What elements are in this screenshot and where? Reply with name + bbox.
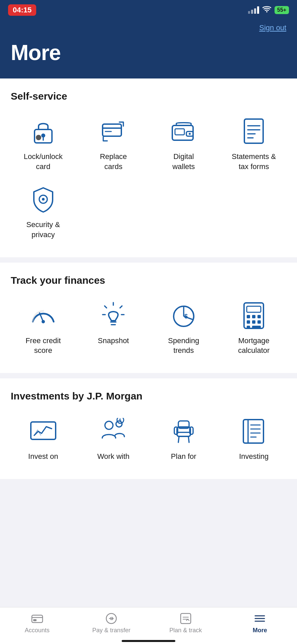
spending-trends-item[interactable]: $ Spendingtrends (151, 297, 216, 360)
battery-icon: 55+ (275, 6, 289, 14)
svg-rect-60 (32, 615, 43, 623)
self-service-grid: Lock/unlockcard Replacecards (11, 113, 286, 244)
svg-rect-40 (247, 326, 250, 328)
statements-label: Statements &tax forms (232, 152, 276, 171)
svg-text:$: $ (119, 418, 121, 423)
invest-on-label: Invest on (28, 451, 58, 462)
svg-point-43 (105, 421, 113, 429)
svg-point-18 (42, 198, 45, 201)
svg-rect-36 (257, 315, 261, 318)
gauge-icon (28, 301, 58, 330)
plan-track-nav-icon (179, 612, 192, 625)
mortgage-calc-item[interactable]: Mortgagecalculator (222, 297, 287, 360)
svg-line-22 (105, 306, 107, 308)
track-finances-grid: Free creditscore (11, 297, 286, 360)
accounts-nav-label: Accounts (25, 627, 50, 634)
pie-icon: $ (169, 301, 198, 330)
svg-rect-37 (247, 320, 250, 324)
statements-item[interactable]: Statements &tax forms (222, 113, 287, 175)
self-service-section: Self-service Lock/unlockcard (0, 78, 297, 257)
shield-icon (28, 185, 58, 214)
svg-line-52 (188, 436, 189, 442)
bottom-nav: Accounts $ Pay & transfer Plan & track (0, 607, 297, 644)
wallet-icon (169, 117, 198, 146)
security-privacy-label: Security &privacy (26, 220, 60, 239)
svg-rect-12 (244, 119, 263, 143)
lock-unlock-item[interactable]: Lock/unlockcard (11, 113, 76, 175)
svg-rect-41 (252, 326, 261, 328)
header: Sign out More (0, 20, 297, 78)
investments-section: Investments by J.P. Morgan Invest on (0, 378, 297, 479)
wifi-icon (262, 5, 271, 15)
more-nav-icon (253, 612, 266, 625)
bulb-icon (99, 301, 128, 330)
status-icons: 55+ (248, 5, 289, 15)
svg-rect-11 (175, 129, 184, 135)
snapshot-label: Snapshot (98, 336, 129, 346)
status-time: 04:15 (8, 4, 36, 16)
replace-cards-item[interactable]: Replacecards (81, 113, 146, 175)
accounts-nav-icon (31, 612, 44, 625)
nav-accounts[interactable]: Accounts (0, 607, 74, 639)
svg-rect-48 (174, 427, 178, 434)
lock-icon (28, 117, 58, 146)
svg-point-0 (266, 11, 268, 12)
chair-icon (169, 417, 198, 446)
nav-plan-track[interactable]: Plan & track (148, 607, 223, 639)
svg-rect-5 (103, 124, 121, 136)
snapshot-item[interactable]: Snapshot (81, 297, 146, 360)
advisor-icon: $ (99, 417, 128, 446)
home-indicator (122, 640, 175, 642)
track-finances-title: Track your finances (11, 275, 286, 286)
svg-point-20 (42, 320, 45, 323)
svg-point-2 (41, 133, 45, 138)
digital-wallets-label: Digitalwallets (172, 152, 195, 171)
svg-rect-49 (190, 427, 193, 434)
svg-rect-33 (247, 306, 261, 312)
investing-label: Investing (239, 451, 269, 462)
svg-rect-34 (247, 315, 250, 318)
sign-out-button[interactable]: Sign out (259, 23, 286, 32)
plan-for-item[interactable]: Plan for (151, 413, 216, 466)
svg-line-51 (178, 436, 179, 442)
lock-unlock-label: Lock/unlockcard (24, 152, 63, 171)
investing-item[interactable]: Investing (222, 413, 287, 466)
chart-icon (28, 417, 58, 446)
free-credit-label: Free creditscore (25, 336, 61, 356)
svg-rect-39 (257, 320, 261, 324)
nav-more[interactable]: More (223, 607, 297, 639)
spending-trends-label: Spendingtrends (168, 336, 199, 356)
plan-track-nav-label: Plan & track (169, 627, 202, 634)
svg-rect-54 (243, 420, 263, 443)
replace-icon (99, 117, 128, 146)
investments-title: Investments by J.P. Morgan (11, 390, 286, 402)
more-nav-label: More (253, 627, 267, 634)
security-privacy-item[interactable]: Security &privacy (11, 181, 76, 244)
pay-transfer-nav-label: Pay & transfer (92, 627, 130, 634)
digital-wallets-item[interactable]: Digitalwallets (151, 113, 216, 175)
track-finances-section: Track your finances Free creditscore (0, 263, 297, 373)
plan-for-label: Plan for (171, 451, 196, 462)
statements-icon (239, 117, 269, 146)
book-icon (239, 417, 269, 446)
free-credit-item[interactable]: Free creditscore (11, 297, 76, 360)
svg-point-10 (189, 133, 191, 135)
invest-on-item[interactable]: Invest on (11, 413, 76, 466)
calculator-icon (239, 301, 269, 330)
self-service-title: Self-service (11, 91, 286, 102)
mortgage-calc-label: Mortgagecalculator (238, 336, 270, 356)
svg-point-4 (36, 135, 41, 140)
replace-cards-label: Replacecards (100, 152, 127, 171)
svg-rect-62 (33, 619, 37, 621)
status-bar: 04:15 55+ (0, 0, 297, 20)
work-with-item[interactable]: $ Work with (81, 413, 146, 466)
svg-rect-35 (252, 315, 255, 318)
signal-icon (248, 6, 259, 14)
svg-text:$: $ (184, 313, 188, 320)
nav-pay-transfer[interactable]: $ Pay & transfer (74, 607, 149, 639)
investments-grid: Invest on $ Work with (11, 413, 286, 466)
svg-rect-38 (252, 320, 255, 324)
svg-text:$: $ (110, 617, 112, 621)
transfer-nav-icon: $ (105, 612, 118, 625)
svg-rect-65 (181, 613, 191, 624)
